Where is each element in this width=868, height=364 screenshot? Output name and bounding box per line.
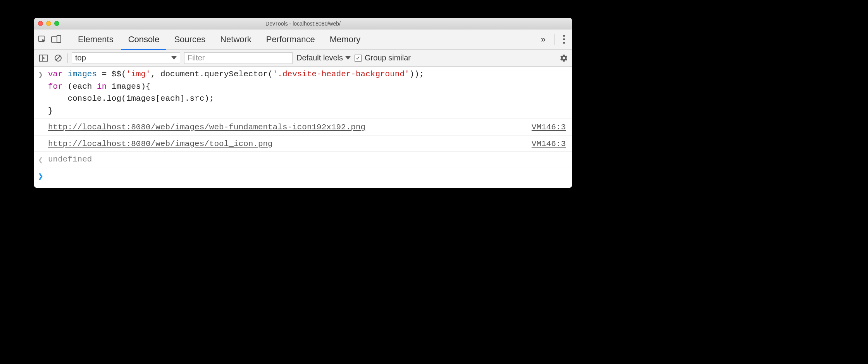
prompt-chevron-icon [38,172,43,180]
levels-label: Default levels [296,53,343,62]
tab-sources[interactable]: Sources [167,29,212,50]
toggle-device-toolbar-icon[interactable] [50,33,63,46]
code-token: images [67,70,97,79]
checkbox-checked-icon: ✓ [355,55,362,62]
close-window-button[interactable] [38,21,43,26]
code-block[interactable]: var images = $$('img', document.querySel… [48,68,566,117]
separator [67,53,68,63]
console-return-row: undefined [34,152,572,168]
dropdown-caret-icon [345,56,351,60]
input-chevron-icon [38,70,43,78]
group-similar-toggle[interactable]: ✓ Group similar [355,53,411,62]
tab-elements[interactable]: Elements [71,29,121,50]
zoom-window-button[interactable] [54,21,59,26]
tab-label: Performance [266,34,315,45]
code-token: = $$( [97,70,126,79]
console-messages: var images = $$('img', document.querySel… [34,67,572,188]
svg-rect-2 [57,36,61,43]
titlebar: DevTools - localhost:8080/web/ [34,18,572,29]
console-input-echo: var images = $$('img', document.querySel… [34,67,572,119]
execution-context-select[interactable]: top [72,52,180,64]
tab-label: Console [128,34,160,45]
code-token: images){ [107,82,150,91]
group-similar-label: Group similar [365,53,411,62]
inspect-element-icon[interactable] [36,33,49,46]
context-value: top [75,53,86,62]
console-log-row: http://localhost:8080/web/images/tool_ic… [34,136,572,152]
source-link[interactable]: VM146:3 [532,121,566,134]
console-prompt-row[interactable] [34,168,572,188]
tab-label: Memory [330,34,360,45]
tab-label: Elements [78,34,114,45]
customize-devtools-menu-icon[interactable] [559,33,569,46]
dropdown-caret-icon [171,56,177,60]
tab-label: Network [220,34,251,45]
code-token: )); [410,70,424,79]
code-token: 'img' [126,70,151,79]
separator [66,34,66,45]
logged-url-link[interactable]: http://localhost:8080/web/images/web-fun… [48,121,365,134]
tab-console[interactable]: Console [121,29,167,50]
window-controls [34,21,59,26]
code-token: console.log(images[each].src); [48,94,214,103]
more-tabs-button[interactable]: » [537,34,549,45]
console-log-row: http://localhost:8080/web/images/web-fun… [34,119,572,136]
source-link[interactable]: VM146:3 [532,138,566,150]
tab-memory[interactable]: Memory [323,29,367,50]
output-chevron-icon [38,156,43,163]
toggle-console-sidebar-icon[interactable] [38,53,49,64]
clear-console-icon[interactable] [53,53,64,64]
tab-network[interactable]: Network [213,29,258,50]
code-token: for [48,82,63,91]
console-toolbar: top Default levels ✓ Group similar [34,50,572,67]
code-token: , document.querySelector( [151,70,273,79]
code-token: (each [63,82,97,91]
code-token: '.devsite-header-background' [273,70,410,79]
console-settings-icon[interactable] [560,54,568,62]
logged-url-link[interactable]: http://localhost:8080/web/images/tool_ic… [48,138,273,150]
devtools-window: DevTools - localhost:8080/web/ Elements … [34,18,572,188]
filter-input[interactable] [184,52,293,64]
tab-label: Sources [174,34,205,45]
code-token: } [48,106,53,115]
window-title: DevTools - localhost:8080/web/ [34,21,572,27]
tab-performance[interactable]: Performance [259,29,322,50]
code-token: in [97,82,107,91]
return-value: undefined [48,155,92,164]
separator [554,34,555,45]
code-token: var [48,70,63,79]
panel-tabs: Elements Console Sources Network Perform… [34,29,572,50]
minimize-window-button[interactable] [46,21,51,26]
log-levels-select[interactable]: Default levels [296,53,351,62]
svg-line-6 [56,56,60,60]
